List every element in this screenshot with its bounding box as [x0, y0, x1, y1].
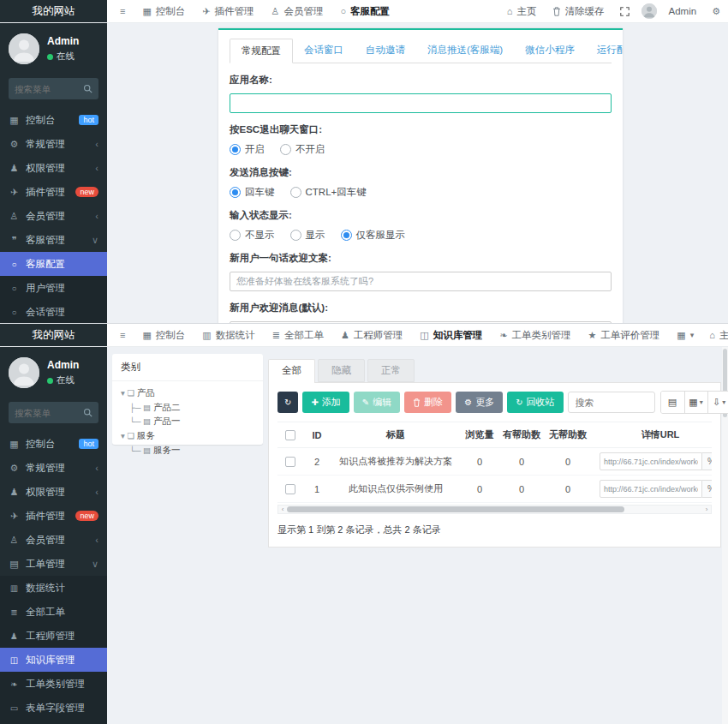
tree-node-product2[interactable]: ├─ ▤ 产品二	[121, 400, 254, 415]
export-button[interactable]: ⇩▾	[707, 392, 728, 413]
sidebar-item-all-workorders[interactable]: ≣全部工单	[0, 600, 107, 624]
sidebar-item-engineers[interactable]: ♟工程师管理	[0, 624, 107, 648]
tab-normal[interactable]: 正常	[367, 359, 415, 382]
recycle-bin-button[interactable]: ↻回收站	[507, 392, 563, 413]
sidebar-item-workorders[interactable]: ▤工单管理∨	[0, 552, 107, 576]
site-brand[interactable]: 我的网站	[0, 324, 107, 346]
tree-node-product[interactable]: ▾ ❏ 产品	[121, 386, 254, 400]
link-icon[interactable]: %	[702, 452, 712, 470]
row-checkbox[interactable]	[285, 457, 295, 467]
sidebar-item-kefu-config[interactable]: ○客服配置	[0, 252, 107, 276]
home-link[interactable]: ⌂主页	[701, 329, 728, 342]
col-unhelpful[interactable]: 无帮助数	[545, 422, 591, 448]
radio-enter-key[interactable]: 回车键	[230, 186, 275, 199]
topnav-kefu-config[interactable]: ○客服配置	[332, 0, 397, 22]
sidebar-search[interactable]	[9, 78, 98, 99]
topnav-members[interactable]: ♙会员管理	[264, 0, 331, 22]
tree-node-product1[interactable]: └─ ▤ 产品一	[121, 414, 254, 428]
sidebar-item-general[interactable]: ⚙常规管理‹	[0, 456, 107, 480]
radio-typing-kefu-only[interactable]: 仅客服显示	[341, 229, 406, 242]
tree-node-service1[interactable]: └─ ▤ 服务一	[121, 443, 254, 458]
sidebar-item-knowledge-base[interactable]: ◫知识库管理	[0, 648, 107, 672]
add-button[interactable]: ✚添加	[302, 392, 349, 413]
tab-session-window[interactable]: 会话窗口	[293, 39, 355, 63]
sidebar-item-auth[interactable]: ♟权限管理‹	[0, 480, 107, 504]
sidebar-item-general[interactable]: ⚙常规管理‹	[0, 132, 107, 156]
topnav-data-stats[interactable]: ▥数据统计	[194, 324, 262, 346]
avatar[interactable]	[9, 33, 39, 64]
topnav-workorder-categories[interactable]: ❧工单类别管理	[492, 324, 578, 346]
tab-wechat-miniprogram[interactable]: 微信小程序	[514, 39, 586, 63]
refresh-button[interactable]: ↻	[277, 392, 298, 413]
tab-all[interactable]: 全部	[268, 359, 315, 383]
sidebar-item-kefu[interactable]: ❞客服管理∨	[0, 228, 107, 252]
sidebar-item-urgency[interactable]: ◎紧急程度管理	[0, 720, 107, 724]
tab-run-config[interactable]: 运行配置	[586, 39, 623, 63]
select-all-checkbox[interactable]	[285, 430, 295, 440]
radio-esc-off[interactable]: 不开启	[280, 143, 325, 156]
scroll-left-arrow[interactable]: ‹	[278, 506, 287, 513]
sidebar-item-members[interactable]: ♙会员管理‹	[0, 528, 107, 552]
detail-url-input[interactable]	[600, 452, 702, 470]
sidebar-item-members[interactable]: ♙会员管理‹	[0, 204, 107, 228]
sidebar-item-console[interactable]: ▦控制台hot	[0, 432, 107, 456]
col-detail-url[interactable]: 详情URL	[591, 422, 712, 448]
user-menu[interactable]: Admin	[661, 6, 705, 16]
radio-esc-on[interactable]: 开启	[230, 143, 265, 156]
topnav-knowledge-base[interactable]: ◫知识库管理	[412, 324, 490, 346]
fullscreen-button[interactable]	[612, 7, 637, 16]
more-button[interactable]: ⚙更多	[456, 392, 503, 413]
home-link[interactable]: ⌂主页	[499, 5, 545, 18]
delete-button[interactable]: 删除	[404, 392, 451, 413]
topnav-console[interactable]: ▦控制台	[134, 0, 193, 22]
avatar[interactable]	[641, 3, 657, 19]
col-helpful[interactable]: 有帮助数	[498, 422, 545, 448]
sidebar-item-plugins[interactable]: ✈插件管理new	[0, 180, 107, 204]
card-view-button[interactable]: ▤	[661, 392, 684, 413]
table-row[interactable]: 2 知识点将被推荐为解决方案 0 0 0 % 正常 2020-10-05 13:	[277, 448, 712, 476]
sidebar-item-data-stats[interactable]: ▥数据统计	[0, 576, 107, 600]
topnav-plugins[interactable]: ✈插件管理	[194, 0, 261, 22]
edit-button[interactable]: ✎编辑	[354, 392, 400, 413]
col-views[interactable]: 浏览量	[461, 422, 498, 448]
tree-node-service[interactable]: ▾ ❏ 服务	[121, 428, 254, 443]
nav-overflow-menu[interactable]: ▦▾	[669, 330, 701, 341]
settings-button[interactable]: ⚙	[704, 6, 728, 17]
scrollbar-thumb[interactable]	[287, 506, 624, 512]
tab-auto-invite[interactable]: 自动邀请	[355, 39, 416, 63]
sidebar-item-auth[interactable]: ♟权限管理‹	[0, 156, 107, 180]
table-search-input[interactable]	[568, 392, 655, 413]
radio-typing-hide[interactable]: 不显示	[230, 229, 275, 242]
sidebar-item-form-fields[interactable]: ▭表单字段管理	[0, 696, 107, 720]
row-checkbox[interactable]	[285, 484, 295, 494]
columns-button[interactable]: ▦▾	[684, 392, 707, 413]
app-name-input[interactable]	[230, 93, 612, 113]
site-brand[interactable]: 我的网站	[0, 0, 107, 22]
sidebar-item-plugins[interactable]: ✈插件管理new	[0, 504, 107, 528]
topnav-workorder-reviews[interactable]: ★工单评价管理	[580, 324, 667, 346]
sidebar-item-user-mgmt[interactable]: ○用户管理	[0, 276, 107, 300]
sidebar-item-console[interactable]: ▦控制台hot	[0, 108, 107, 132]
scroll-right-arrow[interactable]: ›	[702, 506, 711, 513]
greeting-line-input[interactable]	[230, 272, 612, 291]
topnav-console[interactable]: ▦控制台	[134, 324, 193, 346]
sidebar-search[interactable]	[9, 402, 98, 423]
tab-general-config[interactable]: 常规配置	[230, 39, 293, 63]
col-title[interactable]: 标题	[331, 422, 461, 448]
clear-cache-link[interactable]: 清除缓存	[545, 5, 612, 18]
col-id[interactable]: ID	[303, 422, 331, 448]
sidebar-search-input[interactable]	[15, 84, 83, 94]
topnav-engineers[interactable]: ♟工程师管理	[333, 324, 410, 346]
sidebar-search-input[interactable]	[15, 408, 83, 418]
horizontal-scrollbar[interactable]: ‹ ›	[277, 505, 712, 514]
sidebar-item-session-mgmt[interactable]: ○会话管理	[0, 300, 107, 324]
sidebar-toggle[interactable]: ≡	[112, 324, 133, 346]
radio-typing-show[interactable]: 显示	[290, 229, 325, 242]
tab-hidden[interactable]: 隐藏	[318, 359, 365, 382]
tab-message-push[interactable]: 消息推送(客服端)	[416, 39, 514, 63]
sidebar-toggle[interactable]: ≡	[112, 0, 133, 22]
table-row[interactable]: 1 此知识点仅供示例使用 0 0 0 % 正常 2020-10-05 13:	[277, 476, 712, 503]
detail-url-input[interactable]	[600, 480, 702, 498]
topnav-all-workorders[interactable]: ≣全部工单	[265, 324, 331, 346]
sidebar-item-workorder-categories[interactable]: ❧工单类别管理	[0, 672, 107, 696]
